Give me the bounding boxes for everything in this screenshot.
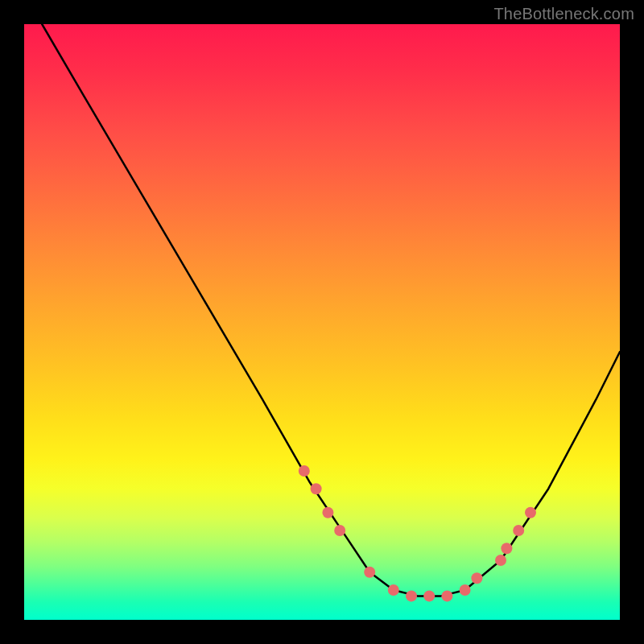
marker-dot (460, 584, 471, 596)
marker-dot (364, 567, 375, 578)
marker-dot (423, 590, 435, 601)
marker-dot (525, 507, 536, 518)
marker-dot (299, 465, 310, 477)
marker-dot (501, 543, 512, 554)
marker-dot (334, 525, 345, 536)
marker-dot (388, 584, 399, 596)
marker-dot (311, 483, 322, 494)
chart-container: TheBottleneck.com (0, 0, 644, 644)
marker-dot (441, 590, 452, 601)
chart-svg (24, 24, 620, 620)
marker-dot (471, 572, 482, 584)
plot-area (24, 24, 620, 620)
marker-dot (513, 525, 524, 536)
watermark-text: TheBottleneck.com (493, 5, 634, 23)
marker-dot (495, 555, 506, 566)
marker-group (299, 465, 536, 601)
marker-dot (322, 507, 333, 518)
marker-dot (406, 590, 417, 601)
